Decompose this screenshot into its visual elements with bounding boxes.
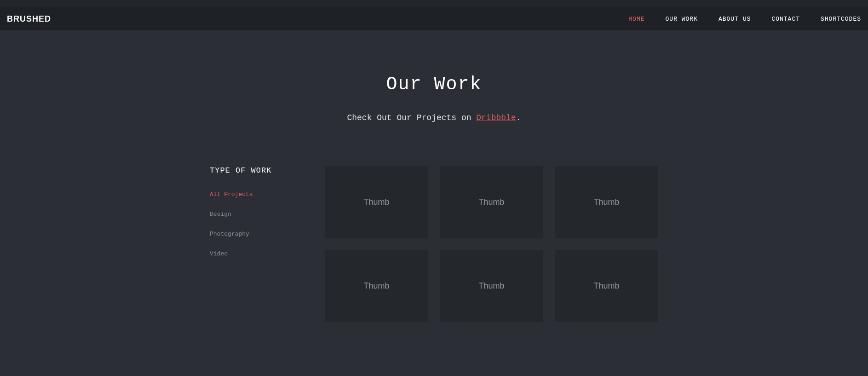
filters-sidebar: TYPE OF WORK All Projects Design Photogr…	[210, 166, 313, 322]
filters-title: TYPE OF WORK	[210, 166, 313, 175]
portfolio-thumb[interactable]: Thumb	[325, 166, 428, 238]
nav-item-contact[interactable]: CONTACT	[771, 16, 800, 23]
nav-item-shortcodes[interactable]: SHORTCODES	[821, 16, 861, 23]
logo[interactable]: BRUSHED	[7, 14, 51, 24]
filter-video[interactable]: Video	[210, 250, 313, 257]
top-bar	[0, 0, 868, 7]
portfolio-thumb[interactable]: Thumb	[555, 166, 658, 238]
filter-all-projects[interactable]: All Projects	[210, 191, 313, 198]
header: BRUSHED HOME OUR WORK ABOUT US CONTACT S…	[0, 7, 868, 30]
work-section: TYPE OF WORK All Projects Design Photogr…	[0, 166, 868, 322]
portfolio-thumb[interactable]: Thumb	[440, 250, 543, 322]
nav-item-about-us[interactable]: ABOUT US	[719, 16, 751, 23]
dribbble-link[interactable]: Dribbble	[476, 113, 516, 122]
filter-design[interactable]: Design	[210, 211, 313, 218]
main-nav: HOME OUR WORK ABOUT US CONTACT SHORTCODE…	[628, 16, 861, 23]
nav-item-home[interactable]: HOME	[628, 16, 644, 23]
section-subtitle: Check Out Our Projects on Dribbble.	[0, 113, 868, 122]
filter-photography[interactable]: Photography	[210, 231, 313, 237]
main-content: Our Work Check Out Our Projects on Dribb…	[0, 30, 868, 322]
portfolio-grid: Thumb Thumb Thumb Thumb Thumb Thumb	[325, 166, 658, 322]
subtitle-prefix: Check Out Our Projects on	[347, 113, 476, 122]
portfolio-thumb[interactable]: Thumb	[325, 250, 428, 322]
nav-item-our-work[interactable]: OUR WORK	[666, 16, 698, 23]
subtitle-suffix: .	[516, 113, 521, 122]
portfolio-thumb[interactable]: Thumb	[440, 166, 543, 238]
section-title: Our Work	[0, 74, 868, 95]
portfolio-thumb[interactable]: Thumb	[555, 250, 658, 322]
